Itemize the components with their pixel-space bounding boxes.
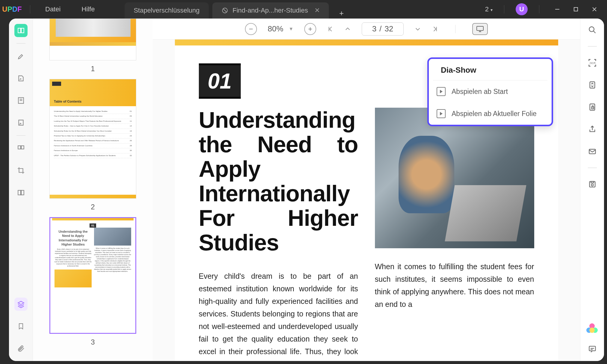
close-tab-icon[interactable]: ✕ [314,7,320,14]
layers-icon[interactable] [14,298,28,311]
convert-icon[interactable] [586,79,598,91]
play-from-start-item[interactable]: Abspielen ab Start [429,80,552,103]
maximize-button[interactable] [569,3,582,16]
thumbnail-page-2[interactable]: Table of Contents Understanding the Need… [49,79,136,199]
thumbnail-panel[interactable]: 1 Table of Contents Understanding the Ne… [33,19,153,361]
play-icon [437,87,446,96]
viewer-area: − 80% ▼ + 3 / 32 01 [153,19,580,361]
body-text-col1: Every child's dream is to be part of an … [199,270,358,361]
prev-page-button[interactable] [344,26,351,32]
zoom-in-button[interactable]: + [304,23,316,35]
thumb-label: 2 [48,203,138,211]
page-heading: Understanding the Need to Apply Internat… [199,108,358,255]
viewer-toolbar: − 80% ▼ + 3 / 32 [153,19,580,39]
fill-sign-icon[interactable] [14,116,28,129]
ocr-icon[interactable]: OCR [586,57,598,69]
thumb-1-wrap[interactable]: 1 [48,19,138,73]
play-icon [437,109,446,118]
separator [16,135,25,136]
divider [30,5,30,13]
page-number-input[interactable]: 3 / 32 [362,22,404,36]
svg-rect-16 [589,149,595,154]
svg-rect-10 [477,26,483,31]
last-page-button[interactable] [432,26,438,32]
document-tabs: Stapelverschlüsselung Find-and-Ap...her-… [125,0,347,19]
slideshow-button[interactable] [472,23,488,35]
divider [504,5,504,13]
menu-help[interactable]: Hilfe [81,5,95,13]
attachment-icon[interactable] [14,342,28,355]
search-icon[interactable] [586,24,598,36]
separator [588,167,597,168]
thumb-2-wrap[interactable]: Table of Contents Understanding the Need… [48,79,138,211]
svg-rect-2 [574,7,578,11]
tab-label: Stapelverschlüsselung [134,7,199,14]
tab-label: Find-and-Ap...her-Studies [233,7,308,14]
zoom-level-select[interactable]: 80% ▼ [268,24,293,33]
close-window-button[interactable] [588,3,601,16]
top-right-controls: 2 ▾ U [485,3,607,16]
thumb-label: 3 [48,338,138,346]
svg-rect-6 [18,146,21,149]
slideshow-popover: Dia-Show Abspielen ab Start Abspielen ab… [427,57,553,126]
svg-rect-19 [591,182,594,183]
main-area: 1 Table of Contents Understanding the Ne… [9,19,604,361]
first-page-button[interactable] [327,26,334,32]
divider [539,5,539,13]
bookmark-icon[interactable] [14,320,28,333]
share-icon[interactable] [586,123,598,135]
zoom-out-button[interactable]: − [245,23,257,35]
svg-text:OCR: OCR [590,62,595,65]
reader-mode-icon[interactable] [14,24,28,37]
add-tab-button[interactable]: + [336,8,347,19]
tab-inactive[interactable]: Stapelverschlüsselung [125,2,208,19]
thumb-3-wrap[interactable]: 01 Understanding the Need to Apply Inter… [48,217,138,346]
compare-tool-icon[interactable] [14,186,28,199]
article-photo [375,108,534,248]
crop-tool-icon[interactable] [14,164,28,177]
app-logo: UPDF [0,5,24,13]
organize-tool-icon[interactable] [14,142,28,155]
user-avatar[interactable]: U [516,3,528,15]
save-icon[interactable] [586,178,598,190]
play-from-current-item[interactable]: Abspielen ab Aktueller Folie [429,103,552,125]
svg-rect-7 [21,146,24,149]
section-number-badge: 01 [199,63,241,99]
page-accent-bar [175,39,558,45]
separator [588,46,597,47]
edit-tool-icon[interactable] [14,72,28,85]
ai-assistant-icon[interactable] [587,323,598,334]
separator [16,43,25,44]
open-docs-count[interactable]: 2 ▾ [485,5,493,13]
thumb-label: 1 [48,65,138,73]
next-page-button[interactable] [414,26,421,32]
svg-point-18 [591,184,593,186]
comment-icon[interactable] [586,343,598,355]
svg-rect-15 [591,107,594,109]
doc-draft-icon [221,7,228,14]
menu-bar: Datei Hilfe [36,5,104,13]
tab-active[interactable]: Find-and-Ap...her-Studies ✕ [212,2,329,19]
titlebar: UPDF Datei Hilfe Stapelverschlüsselung F… [0,0,607,19]
pages-tool-icon[interactable] [14,94,28,107]
right-toolbar: OCR [580,19,604,361]
email-icon[interactable] [586,145,598,157]
chevron-down-icon: ▼ [289,26,293,32]
divider [455,25,455,33]
minimize-button[interactable] [551,3,564,16]
body-text-col2: When it comes to fulfilling the student … [375,260,534,310]
svg-point-11 [589,27,594,32]
thumbnail-page-3[interactable]: 01 Understanding the Need to Apply Inter… [49,217,136,334]
thumbnail-page-1[interactable] [49,19,136,60]
protect-icon[interactable] [586,101,598,113]
highlight-tool-icon[interactable] [14,50,28,63]
menu-file[interactable]: Datei [45,5,60,13]
popover-title: Dia-Show [433,59,547,80]
left-toolbar [9,19,33,361]
